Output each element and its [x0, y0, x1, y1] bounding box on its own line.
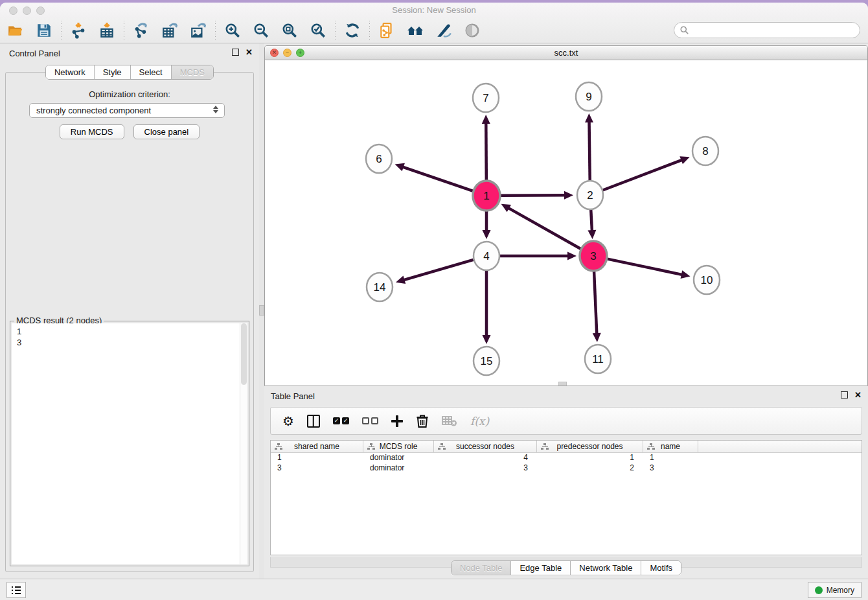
- column-header-predecessor-nodes[interactable]: predecessor nodes: [537, 441, 643, 452]
- network-title: scc.txt: [265, 48, 867, 58]
- panel-divider[interactable]: [259, 43, 264, 579]
- graph-node-label-1: 1: [483, 190, 489, 202]
- float-panel-icon[interactable]: [232, 49, 239, 56]
- tab-mcds[interactable]: MCDS: [172, 65, 213, 79]
- table-cell[interactable]: dominator: [363, 453, 434, 463]
- table-tabs: Node TableEdge TableNetwork TableMotifs: [451, 560, 681, 575]
- graph-edge-arrow-4-3: [567, 252, 577, 260]
- graph-edge-3-1[interactable]: [508, 208, 582, 249]
- zoom-selected-icon[interactable]: [309, 21, 327, 40]
- graph-edge-3-10[interactable]: [607, 259, 683, 275]
- gear-icon[interactable]: ⚙: [282, 413, 294, 430]
- graph-edge-2-9[interactable]: [589, 121, 590, 181]
- graph-edge-arrow-1-4: [483, 230, 491, 239]
- table-cell[interactable]: 1: [537, 453, 643, 463]
- graph-edge-1-6[interactable]: [402, 167, 474, 191]
- birds-eye-view-icon[interactable]: [463, 21, 481, 40]
- graph-node-label-11: 11: [592, 353, 604, 365]
- search-box: [674, 22, 860, 38]
- graph-edge-arrow-1-7: [482, 115, 490, 124]
- zoom-fit-icon[interactable]: [280, 21, 299, 40]
- deselect-all-icon[interactable]: [362, 413, 378, 430]
- tab-select[interactable]: Select: [131, 65, 172, 79]
- tab-network-table[interactable]: Network Table: [571, 561, 641, 575]
- node-table: shared nameMCDS rolesuccessor nodesprede…: [270, 440, 862, 555]
- control-panel: Control Panel ✕ NetworkStyleSelectMCDS O…: [0, 43, 259, 579]
- graph-edge-arrow-2-3: [588, 230, 596, 239]
- network-table-divider-grip[interactable]: [558, 382, 567, 386]
- function-builder-icon[interactable]: f(x): [470, 413, 489, 430]
- tab-edge-table[interactable]: Edge Table: [511, 561, 571, 575]
- export-network-icon[interactable]: [132, 21, 150, 40]
- graph-edge-arrow-3-11: [593, 333, 601, 342]
- save-session-icon[interactable]: [35, 21, 53, 40]
- node-table-header: shared nameMCDS rolesuccessor nodesprede…: [271, 441, 862, 453]
- open-session-icon[interactable]: [6, 21, 25, 40]
- select-all-icon[interactable]: ✓✓: [333, 413, 349, 430]
- toolbar-separator: [61, 21, 62, 40]
- float-table-panel-icon[interactable]: [841, 391, 848, 398]
- network-canvas[interactable]: 1234678910111415: [265, 60, 867, 386]
- tab-motifs[interactable]: Motifs: [641, 561, 681, 575]
- graph-edge-1-7[interactable]: [486, 122, 486, 182]
- column-header-successor-nodes[interactable]: successor nodes: [434, 441, 537, 452]
- table-cell[interactable]: dominator: [363, 463, 434, 474]
- table-cell[interactable]: 3: [643, 463, 698, 474]
- criterion-select[interactable]: strongly connected component: [29, 103, 225, 118]
- table-row[interactable]: 3dominator323: [271, 463, 862, 474]
- memory-button[interactable]: Memory: [808, 582, 862, 598]
- table-panel: Table Panel ✕ ⚙ ✓✓ f(x) shared nameMCDS …: [264, 386, 868, 579]
- graphics-details-icon[interactable]: [435, 21, 453, 40]
- graph-edge-4-14[interactable]: [403, 260, 473, 281]
- divider-grip[interactable]: [259, 305, 264, 316]
- mcds-result-text[interactable]: 1 3: [12, 323, 240, 564]
- zoom-out-icon[interactable]: [252, 21, 270, 40]
- graph-edge-arrow-4-14: [396, 276, 405, 284]
- graph-edge-1-2[interactable]: [500, 195, 565, 196]
- task-history-button[interactable]: [6, 582, 26, 598]
- table-cell[interactable]: 3: [271, 463, 363, 474]
- export-image-icon[interactable]: [189, 21, 207, 40]
- graph-node-label-10: 10: [701, 274, 713, 286]
- graph-edge-2-3[interactable]: [591, 209, 592, 231]
- attribute-icon: [275, 443, 282, 450]
- column-header-MCDS-role[interactable]: MCDS role: [363, 441, 434, 452]
- tab-style[interactable]: Style: [95, 65, 131, 79]
- window-title: Session: New Session: [0, 5, 868, 15]
- delete-column-icon[interactable]: [416, 413, 429, 430]
- copy-network-icon[interactable]: [378, 21, 396, 40]
- close-table-panel-icon[interactable]: ✕: [854, 391, 862, 398]
- mcds-result-group: MCDS result (2 nodes) 1 3: [10, 321, 249, 566]
- toolbar-separator: [124, 21, 124, 40]
- delete-table-icon[interactable]: [442, 413, 457, 430]
- import-table-icon[interactable]: [98, 21, 116, 40]
- table-cell[interactable]: 1: [271, 453, 363, 463]
- column-header-name[interactable]: name: [643, 441, 698, 452]
- column-header-shared-name[interactable]: shared name: [271, 441, 363, 452]
- mcds-result-scrollbar[interactable]: [240, 323, 247, 564]
- add-column-icon[interactable]: [391, 413, 403, 430]
- run-mcds-button[interactable]: Run MCDS: [60, 124, 124, 139]
- table-row[interactable]: 1dominator411: [271, 453, 862, 463]
- table-cell[interactable]: 2: [537, 463, 643, 474]
- zoom-in-icon[interactable]: [223, 21, 242, 40]
- table-cell[interactable]: 1: [643, 453, 698, 463]
- graph-node-label-7: 7: [483, 92, 488, 104]
- export-table-icon[interactable]: [161, 21, 179, 40]
- tab-network[interactable]: Network: [46, 65, 95, 79]
- column-layout-icon[interactable]: [307, 413, 320, 430]
- table-cell[interactable]: 3: [434, 463, 537, 474]
- graph-edge-2-8[interactable]: [603, 160, 683, 190]
- import-network-icon[interactable]: [69, 21, 87, 40]
- close-panel-button[interactable]: Close panel: [133, 124, 200, 139]
- tab-node-table[interactable]: Node Table: [451, 561, 512, 575]
- graph-edge-arrow-4-15: [483, 335, 491, 344]
- table-cell[interactable]: 4: [434, 453, 537, 463]
- graph-node-label-4: 4: [483, 250, 489, 262]
- first-neighbors-icon[interactable]: [406, 21, 424, 40]
- graph-edge-arrow-1-6: [395, 163, 405, 171]
- search-input[interactable]: [689, 25, 860, 35]
- apply-layout-icon[interactable]: [343, 21, 361, 40]
- graph-edge-3-11[interactable]: [594, 270, 597, 334]
- close-panel-icon[interactable]: ✕: [246, 49, 253, 56]
